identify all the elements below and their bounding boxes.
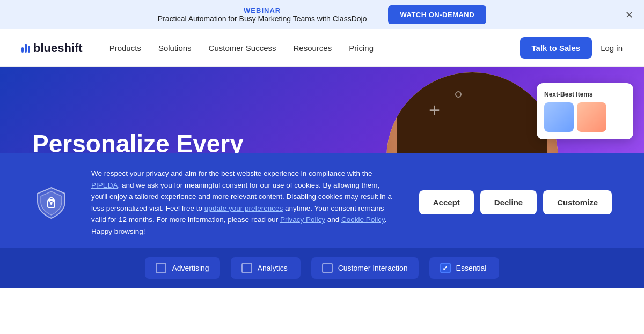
analytics-label: Analytics	[258, 264, 288, 272]
cookie-consent-overlay: We respect your privacy and aim for the …	[0, 153, 644, 253]
nav-actions: Talk to Sales Log in	[520, 37, 623, 59]
essential-checkbox[interactable]: ✓	[440, 263, 451, 273]
banner-text-group: WEBINAR Practical Automation for Busy Ma…	[158, 6, 367, 23]
next-best-items-card: Next-Best Items	[537, 83, 633, 139]
advertising-label: Advertising	[172, 264, 209, 272]
login-button[interactable]: Log in	[601, 43, 623, 53]
cookie-body-1: We respect your privacy and aim for the …	[91, 169, 372, 177]
nav-solutions[interactable]: Solutions	[158, 43, 192, 53]
cookie-shield-icon	[32, 184, 70, 221]
pipeda-link[interactable]: PIPEDA	[91, 181, 118, 189]
cookie-checkboxes-bar: Advertising Analytics Customer Interacti…	[0, 248, 644, 288]
decline-button[interactable]: Decline	[480, 190, 537, 214]
cookie-policy-link[interactable]: Cookie Policy	[341, 216, 385, 224]
talk-to-sales-button[interactable]: Talk to Sales	[520, 37, 592, 59]
essential-checkmark: ✓	[442, 264, 448, 272]
logo-icon	[21, 44, 30, 53]
cookie-buttons: Accept Decline Customize	[419, 190, 612, 214]
cookie-checkbox-customer-interaction[interactable]: Customer Interaction	[311, 257, 419, 279]
cookie-checkbox-analytics[interactable]: Analytics	[231, 257, 301, 279]
navbar: blueshift Products Solutions Customer Su…	[0, 29, 644, 67]
top-banner: WEBINAR Practical Automation for Busy Ma…	[0, 0, 644, 29]
update-preferences-link[interactable]: update your preferences	[204, 204, 283, 212]
watch-on-demand-button[interactable]: WATCH ON-DEMAND	[388, 5, 486, 24]
cookie-body-4: and	[325, 216, 341, 224]
nav-customer-success[interactable]: Customer Success	[209, 43, 276, 53]
customize-button[interactable]: Customize	[543, 190, 612, 214]
banner-webinar-label: WEBINAR	[158, 6, 367, 14]
nav-resources[interactable]: Resources	[293, 43, 332, 53]
advertising-checkbox[interactable]	[156, 263, 166, 273]
logo[interactable]: blueshift	[21, 41, 83, 55]
circle-decoration	[455, 91, 462, 98]
next-best-images	[544, 102, 626, 132]
svg-point-2	[50, 203, 52, 205]
next-best-image-1	[544, 102, 574, 132]
analytics-checkbox[interactable]	[241, 263, 252, 273]
accept-button[interactable]: Accept	[419, 190, 474, 214]
cookie-checkbox-advertising[interactable]: Advertising	[145, 257, 219, 279]
nav-pricing[interactable]: Pricing	[349, 43, 374, 53]
customer-interaction-checkbox[interactable]	[322, 263, 333, 273]
nav-products[interactable]: Products	[109, 43, 141, 53]
cookie-consent-text: We respect your privacy and aim for the …	[91, 168, 398, 237]
essential-label: Essential	[456, 264, 487, 272]
hero-section: Personalize Every Engagement Using + Pre…	[0, 67, 644, 288]
next-best-image-2	[577, 102, 606, 132]
privacy-policy-link[interactable]: Privacy Policy	[280, 216, 325, 224]
plus-decoration: +	[429, 99, 440, 122]
banner-close-button[interactable]: ✕	[625, 9, 633, 21]
next-best-title: Next-Best Items	[544, 91, 626, 98]
logo-text: blueshift	[33, 41, 83, 55]
cookie-checkbox-essential[interactable]: ✓ Essential	[429, 257, 499, 279]
banner-description: Practical Automation for Busy Marketing …	[158, 14, 367, 23]
nav-links: Products Solutions Customer Success Reso…	[109, 43, 520, 53]
customer-interaction-label: Customer Interaction	[338, 264, 408, 272]
